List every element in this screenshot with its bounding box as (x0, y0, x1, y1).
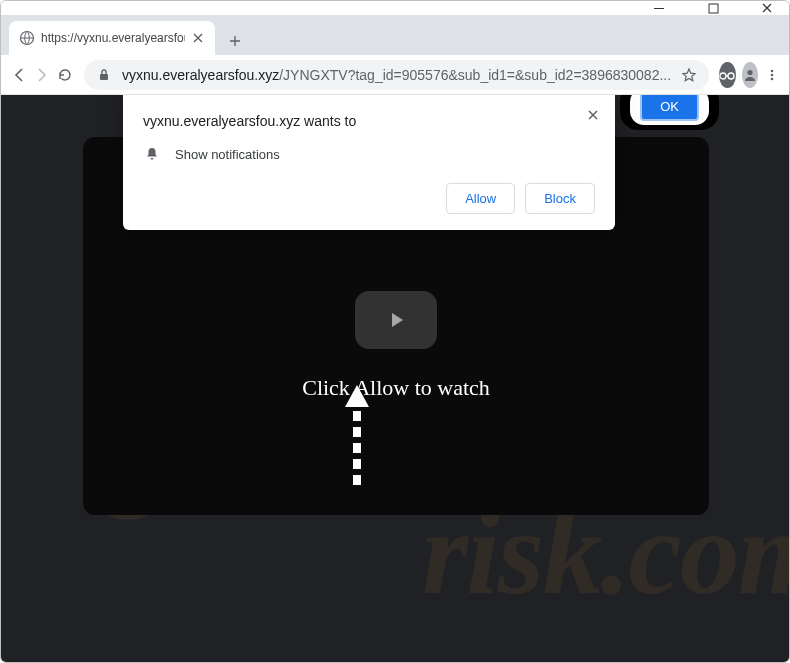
bell-icon (143, 145, 161, 163)
forward-button[interactable] (32, 60, 51, 90)
svg-point-9 (770, 77, 773, 80)
svg-point-8 (770, 73, 773, 76)
minimize-button[interactable] (641, 1, 677, 15)
block-button[interactable]: Block (525, 183, 595, 214)
prompt-permission-label: Show notifications (175, 147, 280, 162)
kebab-menu-button[interactable] (762, 60, 781, 90)
ok-button[interactable]: OK (640, 95, 699, 121)
play-button[interactable] (355, 291, 437, 349)
reload-button[interactable] (55, 60, 74, 90)
prompt-permission-row: Show notifications (143, 145, 595, 163)
page-top-button-bar: OK (620, 95, 719, 130)
url-path: /JYNGXTV?tag_id=905576&sub_id1=&sub_id2=… (279, 67, 671, 83)
svg-point-6 (747, 69, 752, 74)
url-origin: vyxnu.everalyearsfou.xyz (122, 67, 279, 83)
url-text: vyxnu.everalyearsfou.xyz/JYNGXTV?tag_id=… (122, 67, 671, 83)
lock-icon[interactable] (96, 67, 112, 83)
incognito-icon[interactable] (719, 62, 735, 88)
page-viewport: risk.com OK Click Allow to watch (1, 95, 789, 662)
browser-toolbar: vyxnu.everalyearsfou.xyz/JYNGXTV?tag_id=… (1, 55, 789, 95)
svg-rect-0 (654, 8, 664, 9)
svg-rect-3 (100, 74, 108, 80)
close-tab-button[interactable] (191, 31, 205, 45)
notification-permission-prompt: vyxnu.everalyearsfou.xyz wants to Show n… (123, 95, 615, 230)
new-tab-button[interactable] (221, 27, 249, 55)
profile-avatar[interactable] (742, 62, 758, 88)
browser-tab[interactable]: https://vyxnu.everalyearsfou.xyz/ (9, 21, 215, 55)
svg-point-5 (728, 73, 734, 79)
svg-rect-1 (709, 4, 718, 13)
tab-strip: https://vyxnu.everalyearsfou.xyz/ (1, 15, 789, 55)
address-bar[interactable]: vyxnu.everalyearsfou.xyz/JYNGXTV?tag_id=… (84, 60, 709, 90)
back-button[interactable] (9, 60, 28, 90)
maximize-button[interactable] (695, 1, 731, 15)
close-icon[interactable] (585, 107, 601, 123)
ok-pill-container: OK (630, 95, 709, 125)
cta-text: Click Allow to watch (302, 375, 490, 401)
close-window-button[interactable] (749, 1, 785, 15)
prompt-origin-text: vyxnu.everalyearsfou.xyz wants to (143, 113, 595, 129)
allow-button[interactable]: Allow (446, 183, 515, 214)
bookmark-star-icon[interactable] (681, 67, 697, 83)
tab-title: https://vyxnu.everalyearsfou.xyz/ (41, 31, 185, 45)
svg-point-4 (720, 73, 726, 79)
window-titlebar (1, 1, 789, 15)
up-arrow-icon (345, 385, 369, 485)
globe-icon (19, 30, 35, 46)
prompt-actions: Allow Block (143, 183, 595, 214)
svg-point-7 (770, 69, 773, 72)
